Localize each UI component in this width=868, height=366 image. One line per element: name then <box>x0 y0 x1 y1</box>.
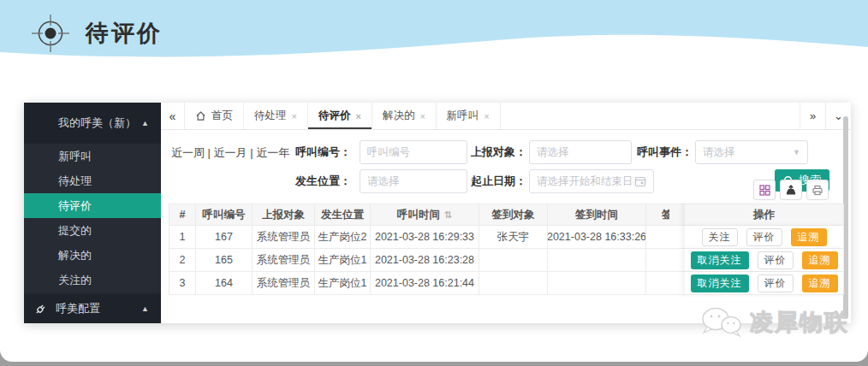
col-index: # <box>169 204 196 226</box>
sidebar-item-pending[interactable]: 待处理 <box>24 168 161 193</box>
sidebar-section-my-calls[interactable]: 我的呼美（新） ▲ <box>24 103 161 144</box>
close-icon[interactable]: × <box>419 111 425 121</box>
sidebar-submenu: 新呼叫 待处理 待评价 提交的 解决的 关注的 <box>24 144 161 292</box>
trace-button[interactable]: 追溯 <box>791 228 827 246</box>
cell-report-target: 系统管理员 <box>253 272 315 295</box>
evaluate-button[interactable]: 评价 <box>758 251 794 269</box>
cell-actions: 取消关注 评价 追溯 <box>685 249 844 272</box>
col-report-target: 上报对象 <box>253 204 315 226</box>
caret-up-icon: ▲ <box>141 304 149 313</box>
crosshair-icon <box>31 14 70 53</box>
tab-pending[interactable]: 待处理 × <box>244 103 308 129</box>
tab-to-evaluate[interactable]: 待评价 × <box>308 103 372 129</box>
main-card: 我的呼美（新） ▲ 新呼叫 待处理 待评价 提交的 解决的 关注的 <box>24 103 851 323</box>
location-input[interactable] <box>360 169 467 193</box>
close-icon[interactable]: × <box>292 111 297 121</box>
sidebar-section-config[interactable]: 呼美配置 ▲ <box>24 294 161 323</box>
table-row: 2 165 系统管理员 生产岗位1 2021-03-28 16:23:28 取消… <box>169 249 844 272</box>
sidebar-item-to-evaluate[interactable]: 待评价 <box>24 193 161 218</box>
table-header-row: # 呼叫编号 上报对象 发生位置 呼叫时间 ⇅ 签到对象 签到时间 签 操作 <box>169 204 844 226</box>
sidebar-section-label: 呼美配置 <box>56 301 133 316</box>
print-button[interactable] <box>806 180 829 200</box>
sidebar-section-label: 我的呼美（新） <box>58 115 141 131</box>
sidebar-item-new-call[interactable]: 新呼叫 <box>24 144 161 168</box>
col-sign-time: 签到时间 <box>548 204 646 226</box>
evaluate-button[interactable]: 评价 <box>758 274 794 292</box>
call-event-select[interactable]: 请选择 ▼ <box>695 140 808 164</box>
content-area: « 首页 待处理 × 待评价 × 解决的 × <box>161 103 851 323</box>
tab-bar: « 首页 待处理 × 待评价 × 解决的 × <box>161 103 851 130</box>
tab-new-call[interactable]: 新呼叫 × <box>437 103 501 129</box>
report-target-label: 上报对象： <box>471 140 526 164</box>
unfollow-button[interactable]: 取消关注 <box>691 251 749 269</box>
trace-button[interactable]: 追溯 <box>802 251 838 269</box>
evaluate-button[interactable]: 评价 <box>746 228 782 246</box>
cell-sign-target: 张天宇 <box>479 226 548 249</box>
calls-table: # 呼叫编号 上报对象 发生位置 呼叫时间 ⇅ 签到对象 签到时间 签 操作 <box>169 204 844 295</box>
tab-label: 解决的 <box>383 109 415 123</box>
cell-sign-time <box>548 272 646 295</box>
close-icon[interactable]: × <box>484 111 489 121</box>
col-sign-target: 签到对象 <box>479 204 548 226</box>
cell-actions: 关注 评价 追溯 <box>685 226 844 249</box>
plug-icon <box>34 303 47 316</box>
trace-button[interactable]: 追溯 <box>802 274 838 292</box>
grid-icon <box>759 185 770 196</box>
sort-icon[interactable]: ⇅ <box>444 210 452 221</box>
tabs-scroll-right-button[interactable]: » <box>800 103 825 129</box>
cell-location: 生产岗位1 <box>315 249 371 272</box>
tab-label: 首页 <box>211 109 233 123</box>
col-truncated: 签 <box>646 204 685 226</box>
col-actions: 操作 <box>685 204 844 226</box>
date-range-placeholder: 请选择开始和结束日期 <box>537 174 634 189</box>
calendar-icon <box>634 175 646 187</box>
cell-index: 2 <box>169 249 196 272</box>
cell-call-time: 2021-03-28 16:21:44 <box>371 272 479 295</box>
cell-call-no: 165 <box>196 249 253 272</box>
col-location: 发生位置 <box>315 204 371 226</box>
sidebar: 我的呼美（新） ▲ 新呼叫 待处理 待评价 提交的 解决的 关注的 <box>24 103 161 323</box>
cell-truncated <box>646 272 685 295</box>
cell-report-target: 系统管理员 <box>253 249 315 272</box>
cell-sign-target <box>479 272 548 295</box>
col-call-time-label: 呼叫时间 <box>397 208 440 222</box>
date-range-label: 起止日期： <box>471 169 526 193</box>
cell-index: 1 <box>169 226 196 249</box>
sidebar-item-submitted[interactable]: 提交的 <box>24 218 161 243</box>
cell-location: 生产岗位1 <box>315 272 371 295</box>
cell-call-no: 164 <box>196 272 253 295</box>
date-range-input[interactable]: 请选择开始和结束日期 <box>529 169 654 193</box>
cell-actions: 取消关注 评价 追溯 <box>685 272 844 295</box>
cell-index: 3 <box>169 272 196 295</box>
col-truncated-label: 签 <box>662 208 669 222</box>
export-button[interactable] <box>780 180 802 200</box>
quick-date-ranges[interactable]: 近一周 | 近一月 | 近一年 <box>171 145 289 161</box>
home-icon <box>195 110 206 121</box>
col-call-time[interactable]: 呼叫时间 ⇅ <box>371 204 479 226</box>
collapse-sidebar-button[interactable]: « <box>161 103 185 129</box>
report-target-input[interactable] <box>529 140 632 164</box>
table-row: 3 164 系统管理员 生产岗位1 2021-03-28 16:21:44 取消… <box>169 272 844 295</box>
call-event-label: 呼叫事件： <box>637 140 693 164</box>
page-title: 待评价 <box>86 18 163 49</box>
sidebar-item-followed[interactable]: 关注的 <box>24 268 161 292</box>
cell-location: 生产岗位2 <box>315 226 371 249</box>
cell-call-no: 167 <box>196 226 253 249</box>
close-icon[interactable]: × <box>355 111 360 121</box>
sidebar-item-resolved[interactable]: 解决的 <box>24 243 161 268</box>
follow-button[interactable]: 关注 <box>702 228 738 246</box>
call-no-input[interactable] <box>360 140 467 164</box>
call-no-label: 呼叫编号： <box>295 140 351 164</box>
page-header: 待评价 <box>31 14 163 53</box>
export-icon <box>785 185 797 196</box>
page: 待评价 我的呼美（新） ▲ 新呼叫 待处理 待评价 提交的 解决的 关注的 <box>0 0 868 362</box>
cell-sign-target <box>479 249 548 272</box>
tab-resolved[interactable]: 解决的 × <box>372 103 437 129</box>
column-settings-button[interactable] <box>753 180 776 200</box>
printer-icon <box>812 185 823 196</box>
cell-call-time: 2021-03-28 16:23:28 <box>371 249 479 272</box>
table-row: 1 167 系统管理员 生产岗位2 2021-03-28 16:29:33 张天… <box>169 226 844 249</box>
cell-truncated <box>646 226 685 249</box>
unfollow-button[interactable]: 取消关注 <box>691 274 749 292</box>
tab-home[interactable]: 首页 <box>185 103 244 129</box>
